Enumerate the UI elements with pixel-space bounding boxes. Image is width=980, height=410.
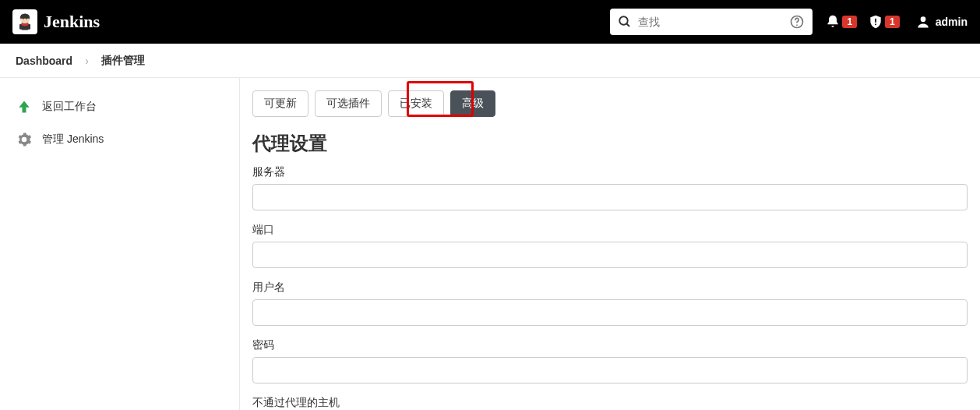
input-server[interactable] <box>252 184 968 210</box>
user-menu[interactable]: admin <box>915 14 968 30</box>
label-noproxy: 不通过代理的主机 <box>252 396 968 410</box>
label-port: 端口 <box>252 223 968 237</box>
breadcrumb-dashboard[interactable]: Dashboard <box>16 55 72 67</box>
input-username[interactable] <box>252 299 968 326</box>
header-icons: 1 1 admin <box>825 14 968 30</box>
sidebar-item-label: 管理 Jenkins <box>42 133 104 147</box>
svg-rect-10 <box>875 19 876 23</box>
input-port[interactable] <box>252 242 968 268</box>
section-title: 代理设置 <box>252 131 968 156</box>
sidebar: 返回工作台 管理 Jenkins <box>0 78 240 410</box>
tab-updates[interactable]: 可更新 <box>252 90 308 117</box>
svg-rect-11 <box>875 24 876 26</box>
logo-area[interactable]: Jenkins <box>12 9 100 34</box>
search-box[interactable] <box>610 9 813 35</box>
svg-point-12 <box>920 16 925 22</box>
sidebar-item-manage[interactable]: 管理 Jenkins <box>0 123 239 156</box>
sidebar-item-label: 返回工作台 <box>42 100 97 114</box>
svg-rect-3 <box>28 24 30 30</box>
brand-name: Jenkins <box>44 12 100 32</box>
alerts-badge: 1 <box>885 16 900 28</box>
sidebar-item-back[interactable]: 返回工作台 <box>0 90 239 123</box>
form-group-port: 端口 <box>252 223 968 268</box>
svg-rect-2 <box>19 24 22 30</box>
user-icon <box>915 14 931 30</box>
tab-advanced[interactable]: 高级 <box>450 90 495 117</box>
tab-installed[interactable]: 已安装 <box>388 90 444 117</box>
input-password[interactable] <box>252 357 968 383</box>
tab-available[interactable]: 可选插件 <box>315 90 382 117</box>
main-content: 可更新 可选插件 已安装 高级 代理设置 服务器 端口 用户名 密码 不通过代理… <box>240 78 980 410</box>
breadcrumb: Dashboard › 插件管理 <box>0 44 980 78</box>
form-group-server: 服务器 <box>252 165 968 210</box>
label-server: 服务器 <box>252 165 968 179</box>
label-password: 密码 <box>252 338 968 352</box>
svg-point-9 <box>797 24 798 26</box>
search-icon <box>618 15 632 29</box>
shield-alert-icon <box>868 14 883 30</box>
search-input[interactable] <box>638 16 783 28</box>
notifications-button[interactable]: 1 <box>825 14 857 30</box>
label-username: 用户名 <box>252 281 968 295</box>
form-group-username: 用户名 <box>252 281 968 326</box>
svg-point-4 <box>23 18 24 19</box>
bell-icon <box>825 14 841 30</box>
up-arrow-icon <box>16 98 33 115</box>
form-group-password: 密码 <box>252 338 968 383</box>
chevron-right-icon: › <box>85 55 89 67</box>
alerts-button[interactable]: 1 <box>868 14 900 30</box>
svg-point-5 <box>26 18 27 19</box>
breadcrumb-plugin-manager[interactable]: 插件管理 <box>101 54 145 68</box>
form-group-noproxy: 不通过代理的主机 <box>252 396 968 410</box>
tabs: 可更新 可选插件 已安装 高级 <box>252 90 968 117</box>
svg-line-7 <box>627 23 630 27</box>
header-bar: Jenkins 1 1 <box>0 0 980 44</box>
svg-point-6 <box>620 16 629 25</box>
notifications-badge: 1 <box>842 16 857 28</box>
username-label: admin <box>936 16 968 28</box>
gear-icon <box>16 131 33 148</box>
jenkins-logo-icon <box>12 9 37 34</box>
help-icon[interactable] <box>789 14 805 30</box>
